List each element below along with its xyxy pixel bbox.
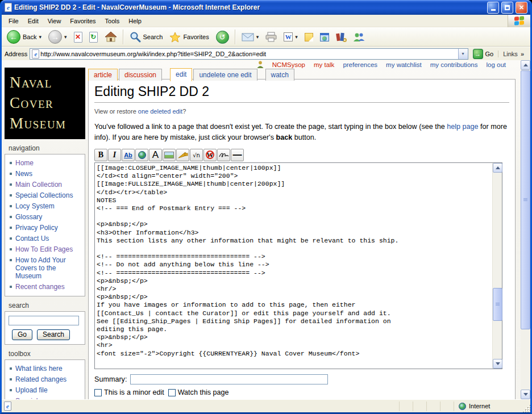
- signature-button[interactable]: [217, 149, 230, 161]
- sidebar-item-special-collections[interactable]: Special Collections: [7, 190, 84, 200]
- menu-favorites[interactable]: Favorites: [65, 16, 100, 26]
- sticky-note-button[interactable]: [302, 32, 316, 43]
- edit-with-word-button[interactable]: W ▾: [281, 31, 301, 43]
- toolbox-item-related-changes[interactable]: Related changes: [7, 374, 84, 384]
- go-button[interactable]: → Go: [471, 49, 496, 59]
- scroll-up-button[interactable]: [493, 163, 502, 173]
- sidebar-item-contact-us[interactable]: Contact Us: [7, 233, 84, 244]
- sidebar-item-main-collection[interactable]: Main Collection: [7, 179, 84, 190]
- userbar-contributions-link[interactable]: my contributions: [430, 61, 478, 68]
- links-toolbar[interactable]: Links »: [498, 51, 527, 57]
- summary-input[interactable]: [130, 374, 328, 384]
- userbar-username-link[interactable]: NCMSysop: [272, 61, 305, 68]
- scroll-down-icon: [496, 362, 500, 367]
- page-scroll-up-button[interactable]: [521, 60, 530, 70]
- watch-page-checkbox[interactable]: [168, 389, 176, 396]
- userbar-logout-link[interactable]: log out: [486, 61, 506, 68]
- headline-button[interactable]: A: [149, 149, 162, 161]
- sidebar-item-privacy-policy[interactable]: Privacy Policy: [7, 222, 84, 233]
- sidebar-item-add-your-covers[interactable]: How to Add Your Covers to the Museum: [7, 254, 84, 281]
- sidebar-item-recent-changes[interactable]: Recent changes: [7, 281, 84, 292]
- sidebar-item-glossary[interactable]: Glossary: [7, 211, 84, 222]
- menu-tools[interactable]: Tools: [101, 16, 124, 26]
- userbar-mytalk-link[interactable]: my talk: [314, 61, 334, 68]
- nowiki-prohibit-icon: [206, 150, 214, 159]
- refresh-button[interactable]: ↻: [86, 31, 101, 44]
- media-file-button[interactable]: [176, 149, 189, 161]
- userbar-preferences-link[interactable]: preferences: [343, 61, 377, 68]
- sidebar-item-locy-system[interactable]: Locy System: [7, 200, 84, 211]
- media-trumpet-icon: [178, 151, 188, 159]
- messenger-button[interactable]: [350, 31, 368, 43]
- content-panel: Editing SHIP2 DD 2 View or restore one d…: [88, 79, 516, 399]
- menu-help[interactable]: Help: [124, 16, 146, 26]
- scroll-down-button[interactable]: [493, 359, 502, 369]
- print-button[interactable]: [263, 31, 280, 43]
- embedded-image-button[interactable]: [163, 149, 176, 161]
- editor-scrollbar[interactable]: [492, 163, 502, 369]
- discuss-button[interactable]: [317, 32, 332, 43]
- research-button[interactable]: [333, 31, 349, 43]
- note-icon: [305, 33, 313, 41]
- mail-dropdown-icon[interactable]: ▾: [256, 34, 259, 40]
- history-button[interactable]: ↺: [213, 30, 232, 45]
- menu-file[interactable]: File: [4, 16, 23, 26]
- tab-watch[interactable]: watch: [265, 69, 294, 81]
- minor-edit-checkbox[interactable]: [94, 389, 102, 396]
- tab-edit[interactable]: edit: [170, 68, 192, 81]
- minimize-button[interactable]: [487, 2, 499, 14]
- sidebar-item-how-to-edit-pages[interactable]: How To Edit Pages: [7, 244, 84, 254]
- page-scrollbar-thumb[interactable]: [521, 70, 530, 329]
- stop-button[interactable]: ✕: [71, 31, 85, 44]
- search-search-button[interactable]: Search: [37, 329, 70, 340]
- address-input[interactable]: [39, 51, 458, 57]
- summary-row: Summary:: [94, 374, 509, 384]
- page-scrollbar[interactable]: [521, 60, 530, 399]
- back-dropdown-icon[interactable]: ▾: [39, 34, 41, 40]
- maximize-button[interactable]: [501, 2, 513, 14]
- horizontal-rule-button[interactable]: —: [231, 149, 244, 161]
- address-dropdown-button[interactable]: ▾: [458, 49, 468, 59]
- bold-button[interactable]: B: [94, 149, 107, 161]
- links-chevron-icon: »: [521, 51, 524, 57]
- nowiki-button[interactable]: W: [203, 149, 217, 161]
- zone-label: Internet: [469, 403, 490, 409]
- favorites-label: Favorites: [183, 34, 209, 40]
- math-button[interactable]: √n: [190, 149, 203, 161]
- status-cell: [440, 402, 454, 411]
- italic-button[interactable]: I: [108, 149, 121, 161]
- close-button[interactable]: ✕: [516, 2, 527, 14]
- search-button[interactable]: Search: [127, 30, 166, 44]
- menu-view[interactable]: View: [43, 16, 66, 26]
- scroll-up-icon: [523, 61, 528, 66]
- image-icon: [164, 152, 174, 158]
- toolbox-item-upload-file[interactable]: Upload file: [7, 384, 84, 395]
- search-go-button[interactable]: Go: [12, 329, 32, 340]
- scrollbar-thumb[interactable]: [493, 288, 502, 321]
- site-logo[interactable]: Naval Cover Museum: [5, 68, 85, 139]
- sidebar-item-news[interactable]: News: [7, 168, 84, 179]
- word-dropdown-icon[interactable]: ▾: [295, 34, 298, 40]
- page-scroll-down-button[interactable]: [521, 390, 530, 399]
- deleted-edit-link[interactable]: one deleted edit: [138, 108, 182, 115]
- internal-link-button[interactable]: Ab: [122, 149, 135, 161]
- tab-article[interactable]: article: [88, 69, 118, 81]
- tab-undelete[interactable]: undelete one edit: [193, 69, 257, 81]
- home-button[interactable]: [102, 30, 120, 44]
- menu-edit[interactable]: Edit: [23, 16, 43, 26]
- sidebar-item-home[interactable]: Home: [7, 157, 84, 168]
- help-page-link[interactable]: help page: [447, 123, 478, 131]
- wikitext-editor[interactable]: [[Image:CLOSEUP_IMAGE_NAME|thumb|center|…: [94, 162, 502, 369]
- toolbox-item-what-links-here[interactable]: What links here: [7, 363, 84, 374]
- mail-button[interactable]: ▾: [239, 32, 262, 43]
- signature-icon: [219, 152, 229, 158]
- toolbox-item-special-pages[interactable]: Special pages: [7, 395, 84, 399]
- tab-discussion[interactable]: discussion: [119, 69, 162, 81]
- external-link-button[interactable]: [135, 149, 148, 161]
- favorites-button[interactable]: Favorites: [167, 31, 211, 44]
- back-button[interactable]: ← Back ▾: [4, 29, 44, 45]
- forward-button[interactable]: → ▾: [45, 29, 70, 45]
- userbar-watchlist-link[interactable]: my watchlist: [386, 61, 422, 68]
- search-input[interactable]: [9, 316, 79, 325]
- forward-dropdown-icon[interactable]: ▾: [64, 34, 67, 40]
